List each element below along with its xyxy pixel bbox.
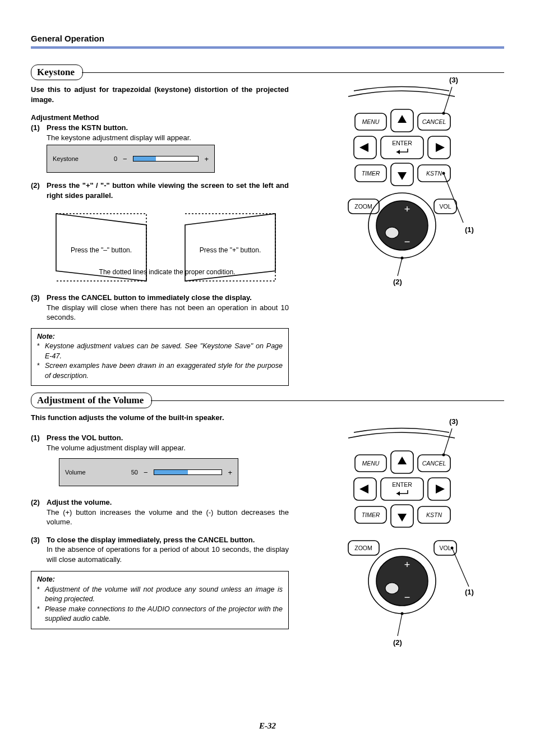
svg-marker-10 xyxy=(396,150,400,154)
step-number: (2) xyxy=(31,181,47,200)
svg-text:KSTN: KSTN xyxy=(426,511,442,518)
keystone-note-box: Note: *Keystone adjustment values can be… xyxy=(31,328,289,386)
keystone-content: Use this to adjust for trapezoidal (keys… xyxy=(31,85,504,386)
note2: *Please make connections to the AUDIO co… xyxy=(37,605,283,624)
volume-osd: Volume 50 − + xyxy=(59,458,289,486)
svg-point-50 xyxy=(376,556,428,606)
callout-1: (1) xyxy=(465,588,474,596)
svg-line-47 xyxy=(452,548,469,587)
svg-text:−: − xyxy=(404,236,411,247)
arrow-up-icon xyxy=(398,115,407,123)
step-number: (1) xyxy=(31,123,47,142)
step1-text: The volume adjustment display will appea… xyxy=(47,443,289,453)
section-rule xyxy=(151,400,504,401)
remote-svg: MENU CANCEL ENTER xyxy=(331,82,472,284)
svg-text:ZOOM: ZOOM xyxy=(354,545,372,551)
svg-point-25 xyxy=(401,257,404,260)
osd-value: 50 xyxy=(107,469,138,476)
enter-label: ENTER xyxy=(392,140,412,146)
svg-text:MENU: MENU xyxy=(362,460,380,467)
step2-text: The (+) button increases the volume and … xyxy=(47,508,289,527)
osd-volume-panel: Volume 50 − + xyxy=(59,458,238,486)
timer-label: TIMER xyxy=(362,170,380,177)
svg-line-54 xyxy=(398,614,402,636)
step3-bold: Press the CANCEL button to immediately c… xyxy=(47,293,289,303)
note-title: Note: xyxy=(37,332,283,342)
step3-text: The display will close when there has no… xyxy=(47,303,289,322)
note-title: Note: xyxy=(37,575,283,585)
keystone-step3: (3) Press the CANCEL button to immediate… xyxy=(31,293,289,322)
step-number: (2) xyxy=(31,497,47,527)
osd-label: Volume xyxy=(65,469,102,476)
arrow-right-icon xyxy=(436,143,445,152)
volume-intro: This function adjusts the volume of the … xyxy=(31,413,289,423)
section-rule xyxy=(82,72,504,73)
svg-text:+: + xyxy=(404,559,411,570)
keystone-right: (3) (1) (2) MENU CANCEL xyxy=(299,85,504,386)
menu-label: MENU xyxy=(362,118,380,125)
step3-bold: To close the display immediately, press … xyxy=(47,535,289,545)
volume-left: This function adjusts the volume of the … xyxy=(31,413,289,651)
osd-minus-icon: − xyxy=(144,468,148,477)
trap-minus-diagram: Press the "–" button. xyxy=(47,208,156,294)
arrow-up-icon xyxy=(398,457,407,464)
trapezoid-diagrams: Press the "–" button. Press the "+" butt… xyxy=(47,208,289,294)
page-number: E-32 xyxy=(0,721,535,731)
volume-step2: (2) Adjust the volume. The (+) button in… xyxy=(31,497,289,527)
callout-2: (2) xyxy=(393,278,402,286)
svg-point-21 xyxy=(385,227,399,238)
arrow-left-icon xyxy=(359,485,368,494)
osd-bar xyxy=(154,469,223,475)
arrow-left-icon xyxy=(359,143,368,152)
note1: *Keystone adjustment values can be saved… xyxy=(37,342,283,361)
keystone-step1: (1) Press the KSTN button. The keystone … xyxy=(31,123,289,142)
keystone-section-head: Keystone xyxy=(31,64,504,80)
svg-point-55 xyxy=(401,612,404,615)
remote-illustration-keystone: (3) (1) (2) MENU CANCEL xyxy=(331,82,472,287)
osd-value: 0 xyxy=(95,155,117,162)
svg-marker-36 xyxy=(396,491,400,496)
osd-bar-fill xyxy=(154,470,188,474)
note1: *Adjustment of the volume will not produ… xyxy=(37,585,283,605)
osd-plus-icon: + xyxy=(204,155,209,163)
osd-minus-icon: − xyxy=(123,155,127,163)
volume-step1: (1) Press the VOL button. The volume adj… xyxy=(31,433,289,453)
volume-step3: (3) To close the display immediately, pr… xyxy=(31,535,289,565)
kstn-label: KSTN xyxy=(426,170,442,177)
callout-3: (3) xyxy=(449,76,458,84)
keystone-step2: (2) Press the "+" / "-" button while vie… xyxy=(31,181,289,200)
volume-right: (3) (1) (2) MENU CANCEL ENTER xyxy=(299,413,504,651)
remote-illustration-volume: (3) (1) (2) MENU CANCEL ENTER xyxy=(331,424,472,651)
step3-text: In the absence of operations for a perio… xyxy=(47,545,289,564)
vol-label: VOL xyxy=(439,203,451,210)
cancel-label: CANCEL xyxy=(422,118,446,125)
page-header: General Operation xyxy=(31,34,504,43)
callout-1: (1) xyxy=(465,225,474,234)
trap-plus-diagram: Press the "+" button. xyxy=(176,208,285,294)
svg-text:ENTER: ENTER xyxy=(392,481,412,488)
osd-plus-icon: + xyxy=(228,468,232,477)
step1-text: The keystone adjustment display will app… xyxy=(47,133,289,143)
arrow-right-icon xyxy=(436,485,445,494)
osd-bar-fill xyxy=(133,156,156,161)
osd-bar xyxy=(133,156,199,162)
svg-text:CANCEL: CANCEL xyxy=(422,460,446,467)
zoom-label: ZOOM xyxy=(354,203,372,210)
step2-bold: Press the "+" / "-" button while viewing… xyxy=(47,181,289,200)
svg-line-24 xyxy=(398,258,402,276)
svg-text:−: − xyxy=(404,592,411,603)
svg-point-16 xyxy=(442,172,445,175)
volume-content: This function adjusts the volume of the … xyxy=(31,413,504,651)
osd-label: Keystone xyxy=(53,155,89,162)
keystone-intro: Use this to adjust for trapezoidal (keys… xyxy=(31,85,289,104)
callout-3: (3) xyxy=(449,417,458,426)
adjustment-method-heading: Adjustment Method xyxy=(31,113,289,122)
step2-bold: Adjust the volume. xyxy=(47,497,289,508)
svg-point-7 xyxy=(442,112,445,115)
note2: *Screen examples have been drawn in an e… xyxy=(37,361,283,381)
svg-point-32 xyxy=(442,454,445,457)
keystone-osd: Keystone 0 − + xyxy=(47,145,289,173)
svg-point-48 xyxy=(451,547,454,550)
arrow-down-icon xyxy=(398,172,407,180)
remote-svg: MENU CANCEL ENTER TIMER xyxy=(331,424,477,648)
